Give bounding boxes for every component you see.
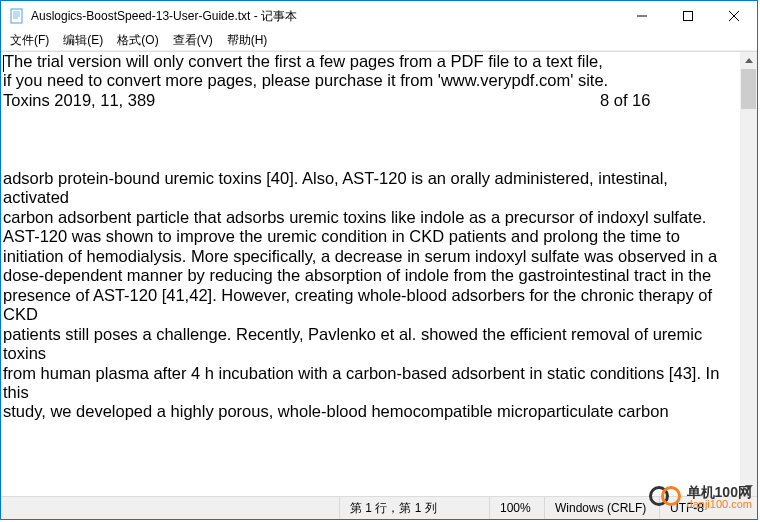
titlebar[interactable]: Auslogics-BoostSpeed-13-User-Guide.txt -…	[1, 1, 757, 31]
notepad-icon	[9, 8, 25, 24]
scroll-track[interactable]	[740, 69, 757, 479]
status-encoding: UTF-8	[659, 497, 757, 519]
scroll-down-button[interactable]	[740, 479, 757, 496]
notepad-window: Auslogics-BoostSpeed-13-User-Guide.txt -…	[0, 0, 758, 520]
svg-marker-9	[745, 58, 753, 63]
menu-edit[interactable]: 编辑(E)	[56, 31, 110, 50]
status-line-ending: Windows (CRLF)	[544, 497, 659, 519]
text-content: The trial version will only convert the …	[3, 52, 724, 420]
menu-view[interactable]: 查看(V)	[166, 31, 220, 50]
window-title: Auslogics-BoostSpeed-13-User-Guide.txt -…	[31, 8, 619, 25]
scroll-thumb[interactable]	[741, 69, 756, 109]
minimize-button[interactable]	[619, 1, 665, 31]
close-button[interactable]	[711, 1, 757, 31]
menu-format[interactable]: 格式(O)	[110, 31, 165, 50]
status-position: 第 1 行，第 1 列	[339, 497, 489, 519]
maximize-button[interactable]	[665, 1, 711, 31]
menu-help[interactable]: 帮助(H)	[220, 31, 275, 50]
menubar: 文件(F) 编辑(E) 格式(O) 查看(V) 帮助(H)	[1, 31, 757, 51]
text-editor[interactable]: The trial version will only convert the …	[1, 52, 740, 496]
window-controls	[619, 1, 757, 31]
vertical-scrollbar[interactable]	[740, 52, 757, 496]
svg-rect-6	[684, 12, 693, 21]
content-area: The trial version will only convert the …	[1, 51, 757, 496]
scroll-up-button[interactable]	[740, 52, 757, 69]
status-zoom: 100%	[489, 497, 544, 519]
svg-marker-10	[745, 485, 753, 490]
text-caret	[3, 55, 4, 72]
statusbar: 第 1 行，第 1 列 100% Windows (CRLF) UTF-8	[1, 496, 757, 519]
menu-file[interactable]: 文件(F)	[3, 31, 56, 50]
